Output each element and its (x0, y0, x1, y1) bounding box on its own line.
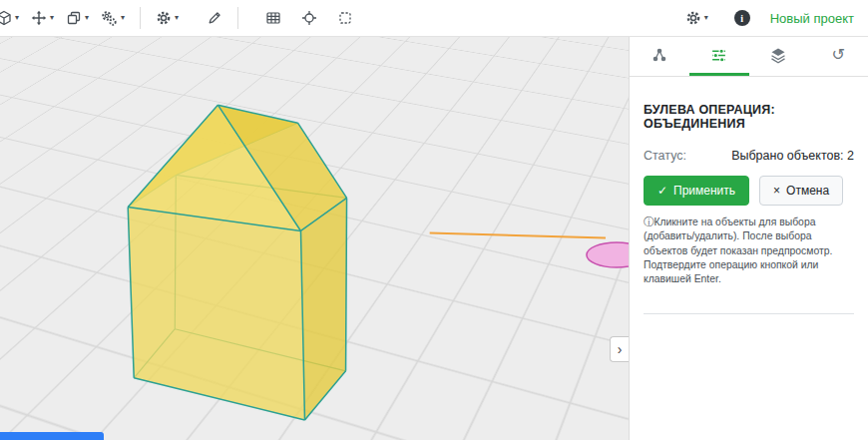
grid-view-button[interactable] (259, 5, 287, 31)
gears-icon (101, 10, 118, 27)
panel-tabs: ↺ (630, 37, 868, 77)
grid-icon (265, 10, 281, 26)
cancel-button[interactable]: × Отмена (759, 176, 843, 206)
toolbar: ▾ ▾ ▾ ▾ (0, 0, 868, 37)
house-wall-right-face (300, 198, 346, 420)
move-tool-button[interactable]: ▾ (25, 5, 60, 31)
close-icon: × (773, 184, 780, 198)
chevron-right-icon: › (618, 341, 623, 357)
status-value: Выбрано объектов: 2 (731, 149, 854, 163)
duplicate-icon (66, 10, 82, 26)
caret-down-icon: ▾ (121, 14, 125, 22)
panel-divider (644, 313, 854, 314)
toolbar-divider (237, 7, 238, 29)
caret-down-icon: ▾ (15, 14, 19, 22)
crosshair-icon (301, 10, 317, 26)
primitive-tool-button[interactable]: ▾ (0, 5, 25, 31)
tab-objects[interactable] (630, 37, 689, 76)
app-window: ▾ ▾ ▾ ▾ (0, 0, 868, 440)
history-icon: ↺ (831, 47, 844, 63)
tab-properties[interactable] (689, 37, 749, 76)
horizontal-scrollbar-thumb[interactable] (0, 432, 104, 440)
panel-collapse-button[interactable]: › (610, 336, 629, 362)
gear-icon (685, 10, 701, 26)
app-settings-button[interactable]: ▾ (679, 5, 714, 31)
tab-history[interactable]: ↺ (808, 37, 868, 76)
caret-down-icon: ▾ (85, 14, 89, 22)
apply-button-label: Применить (673, 184, 735, 198)
house-object[interactable] (128, 105, 346, 420)
snap-origin-button[interactable] (295, 5, 323, 31)
scene-objects (0, 37, 629, 440)
info-button[interactable]: i (728, 5, 756, 31)
status-row: Статус: Выбрано объектов: 2 (644, 149, 854, 163)
viewport-3d[interactable]: › (0, 37, 629, 440)
tab-layers[interactable] (749, 37, 809, 76)
status-label: Статус: (644, 149, 686, 163)
caret-down-icon: ▾ (50, 14, 54, 22)
edit-tool-button[interactable] (201, 5, 228, 31)
pencil-icon (207, 10, 222, 26)
toolbar-right-group: ▾ i Новый проект (679, 5, 868, 31)
operations-tool-button[interactable]: ▾ (95, 5, 131, 32)
gear-icon (156, 10, 172, 26)
layers-icon (770, 47, 786, 64)
panel-content: БУЛЕВА ОПЕРАЦИЯ: ОБЪЕДИНЕНИЯ Статус: Выб… (630, 77, 868, 314)
move-icon (31, 10, 47, 26)
new-project-link[interactable]: Новый проект (770, 11, 854, 26)
info-icon: i (734, 10, 750, 26)
caret-down-icon: ▾ (175, 14, 179, 22)
disc-object[interactable] (587, 242, 629, 267)
duplicate-tool-button[interactable]: ▾ (60, 5, 95, 31)
main-area: › (0, 37, 868, 440)
box-icon (0, 10, 12, 26)
side-panel: ↺ БУЛЕВА ОПЕРАЦИЯ: ОБЪЕДИНЕНИЯ Статус: В… (629, 37, 868, 440)
properties-sliders-icon (710, 47, 727, 64)
objects-icon (651, 47, 667, 63)
settings-tool-button[interactable]: ▾ (150, 5, 185, 31)
apply-button[interactable]: ✓ Применить (644, 176, 749, 206)
axis-line (430, 232, 606, 237)
select-region-icon (337, 10, 353, 26)
action-buttons: ✓ Применить × Отмена (644, 176, 854, 206)
hint-text: ⓘКликните на объекты для выбора (добавит… (644, 216, 854, 287)
caret-down-icon: ▾ (704, 14, 708, 22)
toolbar-divider (140, 7, 141, 29)
cancel-button-label: Отмена (786, 184, 829, 198)
hint-text-body: Кликните на объекты для выбора (добавить… (644, 217, 832, 284)
house-wall-front-face (128, 207, 304, 420)
select-region-button[interactable] (331, 5, 359, 31)
info-circle-icon: ⓘ (644, 217, 653, 227)
check-icon: ✓ (657, 184, 667, 198)
panel-title: БУЛЕВА ОПЕРАЦИЯ: ОБЪЕДИНЕНИЯ (644, 103, 854, 131)
